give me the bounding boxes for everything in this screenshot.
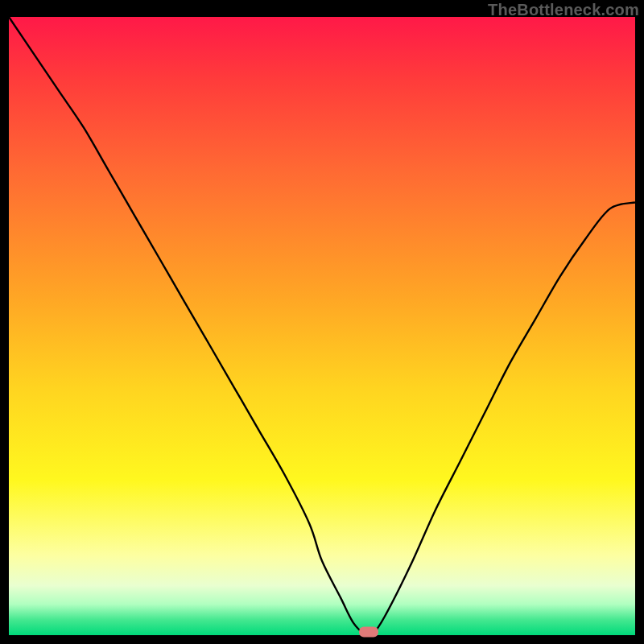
chart-frame (9, 17, 635, 635)
bottleneck-curve (9, 17, 635, 635)
sweet-spot-marker (359, 627, 378, 638)
